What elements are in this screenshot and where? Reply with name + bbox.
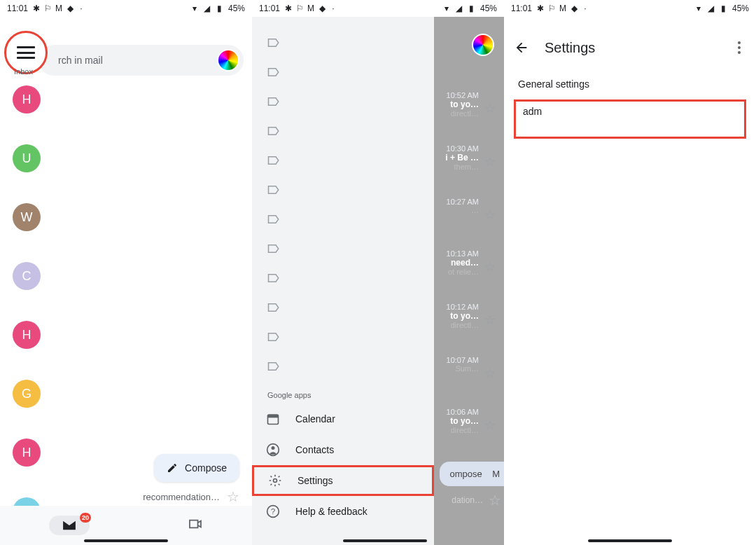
message-row[interactable]: 10:07 AM Sum… ☆ bbox=[434, 356, 500, 381]
label-tag-icon bbox=[267, 97, 280, 106]
gmail-icon: M bbox=[307, 4, 315, 13]
drawer-item-help[interactable]: ? Help & feedback bbox=[252, 496, 434, 527]
nav-handle[interactable] bbox=[343, 539, 427, 542]
compose-button-bk[interactable]: ompose M bbox=[440, 462, 504, 486]
sender-avatar[interactable]: U bbox=[13, 144, 41, 172]
compose-button[interactable]: Compose bbox=[154, 454, 239, 482]
sender-avatar[interactable]: H bbox=[13, 321, 41, 349]
star-icon[interactable]: ☆ bbox=[489, 492, 501, 509]
drawer-label-item[interactable] bbox=[252, 28, 434, 57]
message-text: 10:07 AM Sum… bbox=[434, 356, 479, 373]
message-row[interactable]: 10:27 AM … ☆ bbox=[434, 198, 500, 223]
message-row[interactable]: 10:13 AM need… ot relie… ☆ bbox=[434, 249, 500, 276]
star-icon[interactable]: ☆ bbox=[227, 488, 239, 505]
star-icon[interactable]: ☆ bbox=[484, 207, 496, 223]
star-icon[interactable]: ☆ bbox=[484, 366, 496, 381]
nav-handle[interactable] bbox=[588, 539, 672, 542]
status-left: 11:01 ✱ ⚐ M ◆ · bbox=[511, 4, 589, 13]
nav-meet-tab[interactable] bbox=[188, 518, 203, 532]
drawer-label-item[interactable] bbox=[252, 175, 434, 205]
star-icon[interactable]: ☆ bbox=[484, 101, 496, 116]
settings-body: General settings adm bbox=[504, 70, 756, 139]
search-bar[interactable]: rch in mail bbox=[38, 45, 244, 76]
recommendation-row[interactable]: recommendation… ☆ bbox=[143, 488, 239, 505]
wifi-icon: ▾ bbox=[190, 4, 199, 13]
drawer-item-settings-highlighted[interactable]: Settings bbox=[252, 465, 434, 496]
sender-avatar[interactable]: C bbox=[13, 262, 41, 290]
settings-general-item[interactable]: General settings bbox=[504, 70, 756, 98]
settings-title: Settings bbox=[545, 40, 595, 56]
drawer-item-contacts[interactable]: Contacts bbox=[252, 434, 434, 465]
sender-avatar[interactable]: W bbox=[13, 203, 41, 231]
star-icon[interactable]: ☆ bbox=[484, 312, 496, 328]
drawer-section-header: Google apps bbox=[252, 381, 434, 403]
label-tag-icon bbox=[267, 67, 280, 77]
contact-icon bbox=[266, 443, 280, 457]
status-right: ▾ ◢ ▮ 45% bbox=[442, 4, 497, 13]
video-icon bbox=[188, 518, 203, 530]
overflow-menu-button[interactable] bbox=[732, 36, 746, 60]
back-arrow-icon[interactable] bbox=[514, 40, 529, 55]
drawer-label-help: Help & feedback bbox=[295, 506, 368, 517]
drawer-label-item[interactable] bbox=[252, 205, 434, 234]
wifi-icon: ▾ bbox=[442, 4, 451, 13]
message-text: 10:52 AM to yo… directl… bbox=[434, 91, 479, 118]
compose-label: Compose bbox=[185, 462, 227, 474]
settings-account-label: adm bbox=[523, 106, 542, 117]
drawer-label-item[interactable] bbox=[252, 87, 434, 116]
status-left: 11:01 ✱ ⚐ M ◆ · bbox=[259, 4, 337, 13]
maps-icon: ◆ bbox=[318, 4, 326, 13]
status-left: 11:01 ✱ ⚐ M ◆ · bbox=[7, 4, 85, 13]
nav-handle[interactable] bbox=[84, 539, 168, 542]
label-items bbox=[252, 28, 434, 381]
pencil-icon bbox=[167, 462, 178, 474]
status-right: ▾ ◢ ▮ 45% bbox=[694, 4, 749, 13]
label-tag-icon bbox=[267, 332, 280, 342]
slack-icon: ✱ bbox=[536, 4, 545, 13]
status-battery: 45% bbox=[228, 4, 245, 13]
drawer-label-item[interactable] bbox=[252, 57, 434, 87]
slack-icon: ✱ bbox=[284, 4, 293, 13]
star-icon[interactable]: ☆ bbox=[484, 418, 496, 433]
drawer-label-item[interactable] bbox=[252, 293, 434, 322]
signal-icon: ◢ bbox=[203, 4, 211, 13]
gmail-icon: M bbox=[559, 4, 567, 13]
drawer-backdrop[interactable]: 10:52 AM to yo… directl… ☆ 10:30 AM i + … bbox=[434, 17, 504, 545]
flag-icon: ⚐ bbox=[295, 4, 304, 13]
mail-icon bbox=[62, 520, 77, 531]
sender-avatar[interactable]: H bbox=[13, 85, 41, 113]
drawer-label-item[interactable] bbox=[252, 352, 434, 381]
drawer-label-item[interactable] bbox=[252, 322, 434, 352]
message-row[interactable]: 10:12 AM to yo… directl… ☆ bbox=[434, 303, 500, 329]
label-tag-icon bbox=[267, 303, 280, 312]
drawer-label-item[interactable] bbox=[252, 234, 434, 263]
drawer-label-item[interactable] bbox=[252, 263, 434, 293]
settings-account-item-highlighted[interactable]: adm bbox=[514, 99, 746, 139]
sender-avatar[interactable]: G bbox=[13, 380, 41, 408]
search-placeholder: rch in mail bbox=[58, 55, 103, 66]
message-row[interactable]: 10:06 AM to yo… directl… ☆ bbox=[434, 408, 500, 434]
status-time: 11:01 bbox=[7, 4, 28, 13]
svg-point-4 bbox=[274, 479, 277, 483]
profile-avatar[interactable] bbox=[472, 34, 494, 56]
drawer-label-settings: Settings bbox=[298, 475, 333, 486]
star-icon[interactable]: ☆ bbox=[484, 259, 496, 275]
status-app-icons: ✱ ⚐ M ◆ · bbox=[536, 4, 589, 13]
drawer-label-item[interactable] bbox=[252, 116, 434, 146]
message-row[interactable]: 10:52 AM to yo… directl… ☆ bbox=[434, 91, 500, 118]
message-text: 10:27 AM … bbox=[434, 198, 479, 214]
nav-mail-tab[interactable]: 20 bbox=[49, 516, 90, 535]
profile-avatar[interactable] bbox=[217, 49, 239, 71]
recommendation-text-bk: dation… bbox=[451, 495, 483, 505]
message-row[interactable]: 10:30 AM i + Be … them… ☆ bbox=[434, 144, 500, 171]
slack-icon: ✱ bbox=[32, 4, 41, 13]
maps-icon: ◆ bbox=[66, 4, 74, 13]
message-text: 10:13 AM need… ot relie… bbox=[434, 249, 479, 276]
label-tag-icon bbox=[267, 38, 280, 48]
svg-rect-1 bbox=[268, 415, 279, 418]
star-icon[interactable]: ☆ bbox=[484, 154, 496, 170]
status-battery: 45% bbox=[732, 4, 749, 13]
sender-avatar[interactable]: H bbox=[13, 439, 41, 467]
drawer-label-item[interactable] bbox=[252, 146, 434, 175]
drawer-item-calendar[interactable]: Calendar bbox=[252, 403, 434, 434]
